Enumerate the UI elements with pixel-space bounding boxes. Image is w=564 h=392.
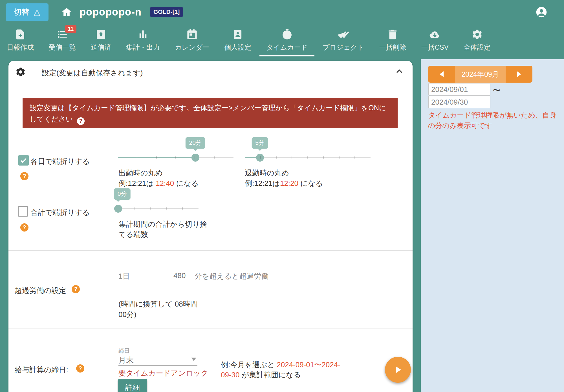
overtime-minutes-input[interactable]: 480 <box>173 271 186 280</box>
range-separator: 〜 <box>493 85 501 96</box>
permission-notice: タイムカード管理権限が無いため、自身の分のみ表示可です <box>428 110 561 131</box>
example-suffix: になる <box>174 179 199 188</box>
nav-item-bulk-csv[interactable]: 一括CSV <box>414 24 455 56</box>
overtime-converted-note: (時間に換算して 08時間00分) <box>118 299 203 320</box>
slider-tick <box>323 156 324 159</box>
nav-label: 日報作成 <box>7 43 34 52</box>
clock-out-title: 退勤時の丸め <box>245 168 289 178</box>
nav-label: 送信済 <box>91 43 111 52</box>
slider-tick <box>134 207 135 210</box>
overtime-input-underline <box>118 289 262 289</box>
nav-item-calendar[interactable]: カレンダー <box>168 24 216 56</box>
slider-thumb[interactable] <box>114 205 122 213</box>
date-range-sidebar: 2024年09月 〜 タイムカード管理権限が無いため、自身の分のみ表示可です <box>421 59 564 392</box>
nav-item-timecard[interactable]: タイムカード <box>259 24 314 56</box>
clock-in-title: 出勤時の丸め <box>118 168 163 178</box>
daily-rounding-help-icon[interactable] <box>20 172 28 180</box>
example-suffix: になる <box>298 179 323 188</box>
settings-title: 設定(変更は自動保存されます) <box>42 68 143 78</box>
unarchive-icon <box>95 28 107 40</box>
overtime-help-icon[interactable] <box>72 285 80 293</box>
current-month-display[interactable]: 2024年09月 <box>455 66 506 83</box>
nav-item-global-settings[interactable]: 全体設定 <box>457 24 497 56</box>
nav-item-inbox[interactable]: 11 受信一覧 <box>42 24 83 56</box>
example-prefix: 例:今月を選ぶと <box>221 360 277 369</box>
nav-item-aggregate-output[interactable]: 集計・出力 <box>119 24 167 56</box>
example-prefix: 例:12:21は <box>245 179 280 188</box>
total-rounding-slider[interactable]: 0分 <box>118 208 199 209</box>
nav-item-personal-settings[interactable]: 個人設定 <box>217 24 258 56</box>
payroll-example: 例:今月を選ぶと 2024-09-01〜2024-09-30 が集計範囲になる <box>221 360 348 380</box>
dropdown-caret-icon[interactable] <box>191 358 196 361</box>
section-divider <box>8 329 413 329</box>
slider-tick <box>339 156 340 159</box>
clock-in-rounding-slider[interactable]: 20分 <box>118 157 233 158</box>
date-to-input[interactable] <box>428 96 490 108</box>
nav-label: 受信一覧 <box>49 43 76 52</box>
nav-label: 一括削除 <box>379 43 406 52</box>
daily-rounding-checkbox[interactable] <box>18 155 29 166</box>
page-title: popopopo-n <box>80 6 142 18</box>
example-suffix: が集計範囲になる <box>240 371 301 379</box>
total-rounding-checkbox[interactable] <box>18 206 28 217</box>
section-divider <box>8 250 413 251</box>
prev-month-button[interactable] <box>428 66 455 83</box>
date-from-input[interactable] <box>428 83 490 96</box>
slider-tick <box>137 156 137 159</box>
clock-in-example: 例:12:21は 12:40 になる <box>118 179 199 188</box>
slider-tick <box>292 156 292 159</box>
nav-item-bulk-delete[interactable]: 一括削除 <box>372 24 413 56</box>
settings-gear-icon <box>15 67 26 77</box>
month-navigator: 2024年09月 <box>428 66 532 83</box>
permission-warning-banner: 設定変更は【タイムカード管理権限】が必要です。全体設定ー>メンバー管理から「タイ… <box>23 98 398 128</box>
nav-item-sent[interactable]: 送信済 <box>84 24 118 56</box>
closing-day-select-label: 締日 <box>118 347 130 355</box>
slider-thumb[interactable] <box>256 154 264 162</box>
select-underline <box>118 365 197 366</box>
closing-day-select[interactable]: 月末 <box>118 355 134 365</box>
nav-item-project[interactable]: プロジェクト <box>316 24 371 56</box>
payroll-help-icon[interactable] <box>76 364 84 373</box>
play-arrow-icon <box>396 367 401 373</box>
slider-thumb[interactable] <box>191 154 199 162</box>
next-fab[interactable] <box>385 357 411 383</box>
cloud-download-icon <box>429 28 441 40</box>
example-value: 12:20 <box>280 179 298 188</box>
triangle-icon: △ <box>34 8 40 16</box>
app: 切替 △ popopopo-n GOLD-[1] 日報作成 11 受信一覧 送信… <box>0 0 564 392</box>
home-icon[interactable] <box>61 6 72 18</box>
detail-button[interactable]: 詳細 <box>118 379 147 392</box>
next-month-button[interactable] <box>506 66 532 83</box>
slider-tick <box>150 207 151 210</box>
top-header: 切替 △ popopopo-n GOLD-[1] <box>0 0 564 24</box>
daily-rounding-label: 各日で端折りする <box>30 157 90 166</box>
total-slider-description: 集計期間の合計から切り捨てる端数 <box>118 219 209 239</box>
clock-out-value-bubble: 5分 <box>252 137 268 149</box>
nav-label: 一括CSV <box>421 43 448 52</box>
total-value-bubble: 0分 <box>114 188 131 200</box>
slider-tick <box>175 156 176 159</box>
warning-help-icon[interactable] <box>77 117 85 125</box>
slider-tick <box>156 156 157 159</box>
id-card-icon <box>232 28 244 40</box>
main-nav: 日報作成 11 受信一覧 送信済 集計・出力 カレンダー 個人設定 タイムカード <box>0 24 564 56</box>
clock-out-rounding-slider[interactable]: 5分 <box>245 157 371 158</box>
arrow-right-icon <box>517 71 521 77</box>
nav-item-daily-report[interactable]: 日報作成 <box>0 24 41 56</box>
nav-label: 全体設定 <box>464 43 491 52</box>
timecard-unlock-note: 要タイムカードアンロック <box>118 368 208 378</box>
overtime-label: 超過労働の設定 <box>15 286 66 296</box>
switch-button-label: 切替 <box>14 7 29 17</box>
account-icon[interactable] <box>535 6 548 18</box>
settings-card: 設定(変更は自動保存されます) 設定変更は【タイムカード管理権限】が必要です。全… <box>8 61 413 392</box>
nav-label: プロジェクト <box>323 43 364 52</box>
gear-icon <box>471 28 483 40</box>
slider-tick <box>354 156 355 159</box>
calendar-icon <box>186 28 198 40</box>
overtime-prefix: 1日 <box>118 271 130 281</box>
done-all-icon <box>338 28 349 40</box>
slider-tick <box>166 207 167 210</box>
collapse-button[interactable] <box>394 66 404 76</box>
total-rounding-help-icon[interactable] <box>20 223 28 232</box>
switch-button[interactable]: 切替 △ <box>6 3 49 21</box>
